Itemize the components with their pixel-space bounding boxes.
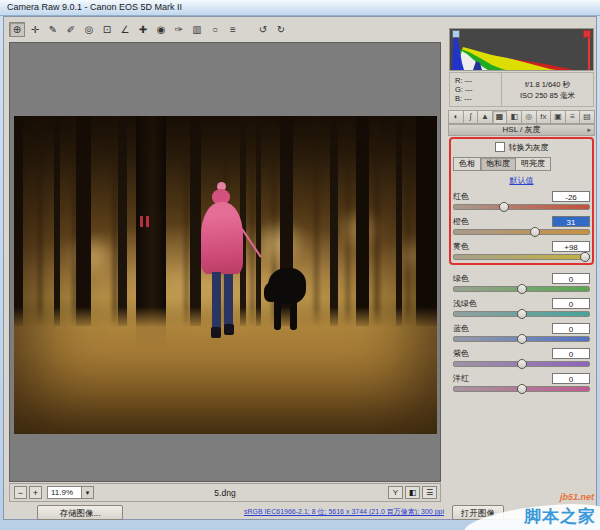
panel-title: HSL / 灰度 [503,125,541,134]
slider-label: 洋红 [453,373,469,384]
preview-zoom-bar: − + 11.9% ▾ 5.dng Y◧☰ [9,483,441,502]
slider-label: 蓝色 [453,323,469,334]
histogram[interactable] [449,28,594,71]
slider-value-field[interactable]: +98 [552,241,590,252]
red-eye-removal-tool[interactable]: ◉ [153,22,169,37]
subtab-1[interactable]: 饱和度 [480,157,515,171]
slider-value-field[interactable]: 0 [552,373,590,384]
tab-snapshots[interactable]: ▤ [580,110,595,124]
slider-track[interactable] [453,204,590,210]
slider-handle[interactable] [499,202,509,212]
window-title: Camera Raw 9.0.1 - Canon EOS 5D Mark II [7,2,182,12]
slider-label: 紫色 [453,348,469,359]
tab-camera-calibration[interactable]: ▣ [551,110,566,124]
spot-removal-tool[interactable]: ✚ [135,22,151,37]
targeted-adjustment-tool[interactable]: ◎ [81,22,97,37]
tab-presets[interactable]: ≡ [566,110,581,124]
slider-label: 浅绿色 [453,298,477,309]
preferences-button[interactable]: ≡ [225,22,241,37]
white-balance-tool[interactable]: ✎ [45,22,61,37]
crop-tool[interactable]: ⊡ [99,22,115,37]
hsl-slider-6: 紫色0 [453,347,590,367]
slider-line: 浅绿色0 [453,297,590,309]
slider-value-field[interactable]: 0 [552,298,590,309]
tab-detail[interactable]: ▲ [478,110,493,124]
open-image-button[interactable]: 打开图像 [452,505,504,520]
straighten-tool[interactable]: ∠ [117,22,133,37]
image-preview-area [9,42,441,482]
slider-label: 红色 [453,191,469,202]
slider-line: 红色-26 [453,190,590,202]
iso-focal-label: ISO 250 85 毫米 [502,90,593,101]
aperture-shutter-label: f/1.8 1/640 秒 [502,79,593,90]
slider-value-field[interactable]: 0 [552,323,590,334]
preview-toggle-before-after[interactable]: Y [388,486,403,499]
slider-track[interactable] [453,361,590,367]
panel-menu-arrow-icon[interactable]: ▸ [587,125,591,135]
slider-track[interactable] [453,254,590,260]
tab-hsl-grayscale[interactable]: ▦ [493,110,508,124]
hsl-slider-3: 绿色0 [453,272,590,292]
slider-handle[interactable] [517,334,527,344]
photo-canvas[interactable] [14,116,437,434]
slider-line: 紫色0 [453,347,590,359]
workflow-options-link[interactable]: sRGB IEC61966-2.1; 8 位; 5616 x 3744 (21.… [237,507,451,517]
adjustments-panel: R: ---G: ---B: --- f/1.8 1/640 秒 ISO 250… [445,25,598,483]
highlight-clipping-indicator[interactable] [583,30,591,38]
slider-label: 橙色 [453,216,469,227]
subtab-0[interactable]: 色相 [453,157,480,171]
slider-track[interactable] [453,386,590,392]
subtab-2[interactable]: 明亮度 [515,157,551,171]
slider-value-field[interactable]: 0 [552,348,590,359]
slider-track[interactable] [453,311,590,317]
slider-value-field[interactable]: 0 [552,273,590,284]
rgb-value: --- [464,94,472,103]
tab-effects[interactable]: fx [537,110,552,124]
rotate-left-button[interactable]: ↺ [255,22,271,37]
slider-handle[interactable] [530,227,540,237]
radial-filter-tool[interactable]: ○ [207,22,223,37]
window-titlebar[interactable]: Camera Raw 9.0.1 - Canon EOS 5D Mark II [0,0,600,16]
slider-handle[interactable] [517,384,527,394]
tab-lens-corrections[interactable]: ◎ [522,110,537,124]
slider-value-field[interactable]: -26 [552,191,590,202]
panel-tabs: ◐∫▲▦◧◎fx▣≡▤ [448,110,595,124]
slider-label: 绿色 [453,273,469,284]
histogram-plot [450,29,593,70]
hand-tool[interactable]: ✛ [27,22,43,37]
shadow-clipping-indicator[interactable] [452,30,460,38]
slider-track[interactable] [453,229,590,235]
tab-split-toning[interactable]: ◧ [507,110,522,124]
rgb-label: B: [455,94,464,103]
slider-track[interactable] [453,336,590,342]
slider-handle[interactable] [580,252,590,262]
save-image-button[interactable]: 存储图像... [37,505,123,520]
slider-line: 橙色31 [453,215,590,227]
rotate-right-button[interactable]: ↻ [273,22,289,37]
histogram-rgb: R: ---G: ---B: --- [450,73,502,106]
hsl-slider-7: 洋红0 [453,372,590,392]
dialog-footer: 存储图像... sRGB IEC61966-2.1; 8 位; 5616 x 3… [9,505,509,521]
hsl-slider-2: 黄色+98 [453,240,590,260]
rgb-readout-b: B: --- [455,94,501,103]
preview-settings-menu[interactable]: ☰ [422,486,437,499]
zoom-tool[interactable]: ⊕ [9,22,25,37]
tab-basic[interactable]: ◐ [448,110,464,124]
default-values-link[interactable]: 默认值 [453,175,590,186]
slider-handle[interactable] [517,359,527,369]
adjustment-brush-tool[interactable]: ✑ [171,22,187,37]
photo-vignette [14,116,437,434]
slider-label: 黄色 [453,241,469,252]
slider-value-field[interactable]: 31 [552,216,590,227]
preview-toggle-split[interactable]: ◧ [405,486,420,499]
graduated-filter-tool[interactable]: ▥ [189,22,205,37]
color-sampler-tool[interactable]: ✐ [63,22,79,37]
convert-to-grayscale-checkbox[interactable] [495,142,505,152]
preview-toggles: Y◧☰ [388,486,437,499]
slider-handle[interactable] [517,309,527,319]
tab-tone-curve[interactable]: ∫ [464,110,479,124]
rgb-label: R: [455,76,465,85]
hsl-panel-content: 转换为灰度 色相饱和度明亮度 默认值 红色-26橙色31黄色+98绿色0浅绿色0… [448,136,595,480]
slider-track[interactable] [453,286,590,292]
slider-handle[interactable] [517,284,527,294]
